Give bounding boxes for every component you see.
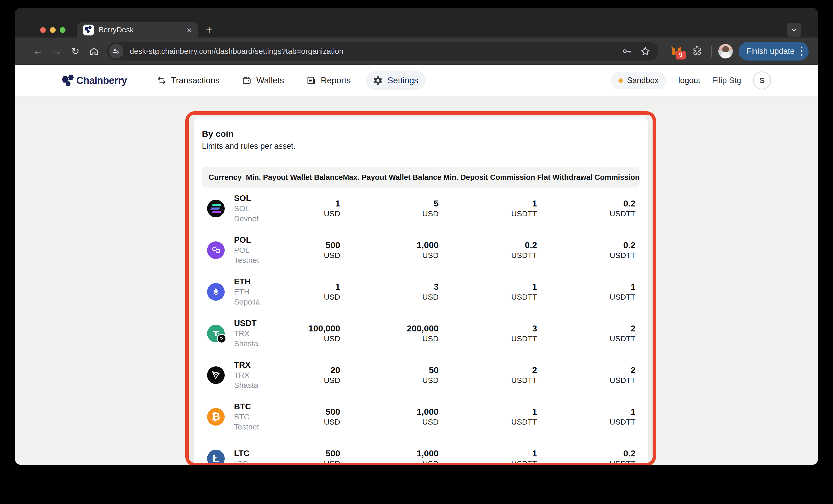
btc-icon: ₿ <box>207 408 225 426</box>
chrome-profile-avatar[interactable] <box>718 44 733 58</box>
value-cell: 100,000USD <box>246 323 344 344</box>
password-key-icon[interactable] <box>621 46 632 57</box>
value-amount: 1 <box>335 281 340 292</box>
value-amount: 500 <box>326 406 340 417</box>
value-amount: 500 <box>326 240 340 250</box>
table-row: Ł LTC LTC 500USD1,000USD1USDTT0.2USDTT <box>202 437 640 465</box>
value-amount: 200,000 <box>407 323 439 333</box>
sandbox-dot-icon <box>618 78 623 83</box>
value-cell: 500USD <box>246 448 344 465</box>
forward-icon[interactable]: → <box>51 46 63 57</box>
tab-title: BerryDesk <box>99 26 187 34</box>
value-cell: 0.2USDTT <box>541 448 640 465</box>
column-header: Currency <box>202 173 246 182</box>
nav-item-transactions[interactable]: Transactions <box>149 71 227 90</box>
close-tab-icon[interactable]: × <box>187 26 192 34</box>
value-unit: USDTT <box>511 208 537 219</box>
brand-name: Chainberry <box>76 75 127 86</box>
reports-icon <box>306 76 316 85</box>
new-tab-button[interactable]: + <box>203 24 216 37</box>
value-unit: USD <box>422 375 438 385</box>
value-amount: 2 <box>532 365 537 375</box>
window-zoom-button[interactable] <box>60 27 66 33</box>
tab-search-chevron-icon[interactable] <box>787 23 802 37</box>
value-amount: 1,000 <box>416 448 438 458</box>
value-amount: 500 <box>326 448 340 458</box>
value-unit: USDTT <box>610 208 636 219</box>
browser-tab[interactable]: BerryDesk × <box>77 22 198 37</box>
value-cell: 500USD <box>246 240 344 260</box>
value-amount: 2 <box>630 323 636 333</box>
value-unit: USD <box>422 292 438 302</box>
value-amount: 1 <box>532 448 537 458</box>
nav-item-reports[interactable]: Reports <box>299 71 358 90</box>
metamask-extension-icon[interactable]: 9 <box>670 46 682 57</box>
currency-cell: SOL SOL Devnet <box>202 193 246 224</box>
value-cell: 500USD <box>246 406 344 427</box>
url-bar[interactable]: desk-stg.chainberry.com/dashboard/settin… <box>107 42 659 60</box>
value-unit: USD <box>324 208 340 219</box>
logout-link[interactable]: logout <box>679 76 700 85</box>
finish-update-label: Finish update <box>746 47 794 56</box>
window-close-button[interactable] <box>40 27 46 33</box>
nav-item-wallets[interactable]: Wallets <box>235 71 291 90</box>
value-amount: 0.2 <box>623 198 636 208</box>
value-unit: USD <box>324 292 340 302</box>
value-unit: USDTT <box>511 292 537 302</box>
window-minimize-button[interactable] <box>50 27 56 33</box>
column-header: Min. Payout Wallet Balance <box>246 173 343 182</box>
value-cell: 1USDTT <box>541 281 640 302</box>
url-text[interactable]: desk-stg.chainberry.com/dashboard/settin… <box>130 47 621 56</box>
nav-item-label: Reports <box>321 76 351 85</box>
section-title: By coin <box>202 117 640 139</box>
value-unit: USD <box>422 333 438 344</box>
environment-badge[interactable]: Sandbox <box>611 72 666 89</box>
site-settings-tune-icon[interactable] <box>109 44 123 58</box>
value-unit: USD <box>422 250 438 260</box>
header-right: Sandbox logout Filip Stg S <box>611 71 771 90</box>
browser-toolbar: ← → ↻ desk-stg.chainberry.com/dashboard/… <box>15 37 818 65</box>
value-cell: 1,000USD <box>344 448 443 465</box>
screen: BerryDesk × + ← → ↻ <box>0 0 833 504</box>
toolbar-divider <box>711 46 712 57</box>
environment-label: Sandbox <box>627 76 659 85</box>
gear-icon <box>373 76 383 85</box>
table-body: SOL SOL Devnet 1USD5USD1USDTT0.2USDTT PO… <box>202 187 640 465</box>
reload-icon[interactable]: ↻ <box>70 46 81 57</box>
extensions-puzzle-icon[interactable] <box>692 46 703 57</box>
value-amount: 1,000 <box>416 240 438 250</box>
browser-menu-kebab-icon[interactable] <box>801 47 803 56</box>
value-cell: 2USDTT <box>541 323 640 344</box>
berrydesk-favicon-icon <box>83 25 94 35</box>
column-header: Max. Payout Wallet Balance <box>343 173 442 182</box>
value-unit: USD <box>324 458 340 465</box>
value-cell: 5USD <box>344 198 443 219</box>
chainberry-berry-icon <box>61 73 76 88</box>
value-amount: 1 <box>532 406 537 417</box>
value-cell: 2USDTT <box>443 365 541 385</box>
value-cell: 0.2USDTT <box>443 240 541 260</box>
browser-window: BerryDesk × + ← → ↻ <box>15 8 818 465</box>
home-icon[interactable] <box>88 46 100 57</box>
finish-update-button[interactable]: Finish update <box>739 42 809 60</box>
value-amount: 0.2 <box>623 448 636 458</box>
chainberry-logo[interactable]: Chainberry <box>61 73 127 88</box>
value-cell: 1USDTT <box>443 448 541 465</box>
app-header: Chainberry TransactionsWalletsReportsSet… <box>15 65 818 97</box>
user-avatar[interactable]: S <box>753 71 771 90</box>
value-amount: 1 <box>532 198 537 208</box>
value-amount: 0.2 <box>623 240 636 250</box>
bookmark-star-icon[interactable] <box>640 46 651 57</box>
value-unit: USD <box>324 333 340 344</box>
currency-cell: ETH ETH Sepolia <box>202 277 246 307</box>
value-unit: USD <box>422 458 438 465</box>
value-cell: 1USDTT <box>443 406 541 427</box>
nav-item-label: Settings <box>387 76 418 85</box>
back-icon[interactable]: ← <box>32 46 44 57</box>
value-amount: 1 <box>630 406 636 417</box>
currency-cell: Ł LTC LTC <box>202 448 246 465</box>
value-unit: USDTT <box>511 375 537 385</box>
nav-item-settings[interactable]: Settings <box>366 71 426 90</box>
value-cell: 1USDTT <box>541 406 640 427</box>
value-unit: USD <box>324 417 340 427</box>
